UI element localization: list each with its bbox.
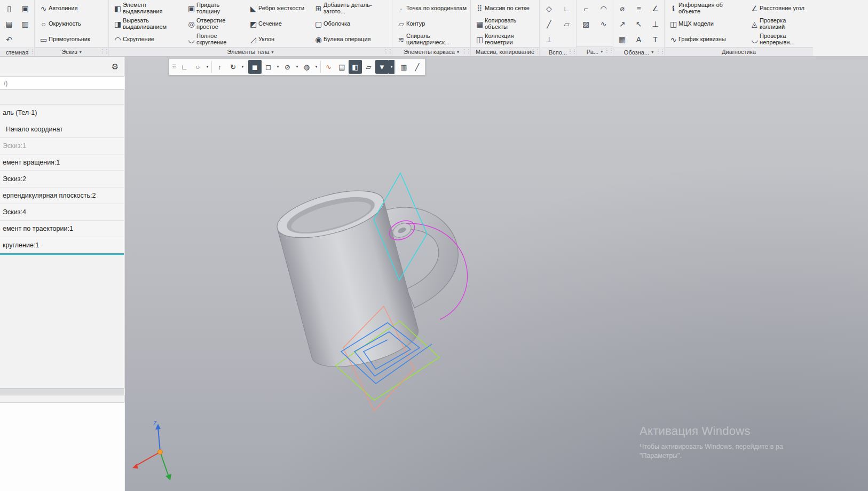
save-as-button[interactable]: ▥ — [18, 17, 32, 31]
tree-item-origin[interactable]: Начало координат — [0, 121, 124, 138]
tree-item-sweep1[interactable]: емент по траектории:1 — [0, 221, 124, 237]
orientation-button[interactable]: ∟ — [178, 60, 191, 74]
dim-hatch-button[interactable]: ▨ — [579, 17, 593, 31]
draw-on-part-button[interactable]: ▱ — [362, 60, 375, 74]
group-drag-handle-icon[interactable]: ⋮⋮ — [531, 48, 539, 54]
group-footer-frame-elements[interactable]: Элементы каркаса ▾ ⋮⋮ — [392, 47, 470, 56]
display-mode-button[interactable]: ◻ — [262, 60, 275, 74]
angle-note-button[interactable]: ∠ — [649, 2, 662, 15]
group-footer-dimensions[interactable]: Ра... ▾ ⋮⋮ — [577, 46, 613, 56]
tree-item-sketch4[interactable]: Эскиз:4 — [0, 204, 124, 221]
dim-radial-button[interactable]: ◠ — [597, 2, 611, 15]
simple-hole-button[interactable]: ◎Отверстие простое — [184, 16, 246, 32]
object-info-button[interactable]: ℹИнформация об объекте — [666, 1, 747, 16]
rotate-caret-icon[interactable]: ▾ — [240, 60, 246, 74]
edit-part-button[interactable]: ◧ — [349, 60, 362, 74]
undo-button[interactable]: ↶ — [2, 33, 16, 46]
boolean-button[interactable]: ◉Булева операция — [311, 32, 390, 47]
open-doc-button[interactable]: ▤ — [2, 17, 16, 31]
tree-item-sketch2[interactable]: Эскиз:2 — [0, 171, 124, 188]
thicken-button[interactable]: ▣Придать толщину — [184, 1, 246, 16]
filter-button[interactable]: ▼ — [375, 60, 389, 74]
group-drag-handle-icon[interactable]: ⋮⋮ — [656, 49, 664, 54]
hide-objects-caret-icon[interactable]: ▾ — [294, 60, 300, 74]
measure-button[interactable]: ▥ — [397, 60, 411, 74]
3d-scene[interactable]: Z — [125, 57, 868, 491]
group-drag-handle-icon[interactable]: ⋮⋮ — [383, 48, 392, 54]
geometry-collection-button[interactable]: ◫Коллекция геометрии — [472, 32, 538, 47]
zoom-button[interactable]: ○ — [191, 60, 204, 74]
text-a-button[interactable]: А — [632, 33, 646, 46]
aux-offset-plane-button[interactable]: ▱ — [560, 17, 574, 31]
group-footer-body-elements[interactable]: Элементы тела ▾ ⋮⋮ — [109, 47, 392, 56]
thread-button[interactable]: ⌀ — [616, 2, 629, 15]
group-footer-sketch[interactable]: Эскиз ▾ ⋮⋮ — [35, 47, 108, 56]
rotate-view-button[interactable]: ↻ — [226, 60, 240, 74]
contour-button[interactable]: ▱Контур — [394, 16, 469, 32]
fit-all-button[interactable]: ↑ — [213, 60, 226, 74]
autoline-button[interactable]: ∿Автолиния — [36, 1, 107, 16]
fastener-button[interactable]: ≡ — [632, 2, 646, 15]
collision-check-button[interactable]: ◬Проверка коллизий — [747, 16, 811, 32]
ghost-display-caret-icon[interactable]: ▾ — [313, 60, 319, 74]
mass-properties-button[interactable]: ◫МЦХ модели — [666, 16, 747, 32]
3d-viewport[interactable]: Z ⠿ ∟ ○ ▾ ↑ ↻ ▾ ◼ ◻ ▾ ⊘ ▾ ◍ ▾ ∿ ▤ ◧ ▱ ▼ … — [125, 57, 868, 491]
grid-array-button[interactable]: ⠿Массив по сетке — [472, 1, 538, 16]
group-footer-notations[interactable]: Обозна... ▾ ⋮⋮ — [613, 48, 664, 56]
full-round-button[interactable]: ◡Полное скругление — [184, 32, 246, 47]
sketch-display-button[interactable]: ∿ — [322, 60, 335, 74]
tree-settings-button[interactable]: ⚙ — [109, 60, 121, 73]
chevron-down-icon[interactable]: ▾ — [457, 50, 459, 54]
datum-button[interactable]: ⊥ — [649, 17, 662, 31]
group-drag-handle-icon[interactable]: ⋮⋮ — [100, 48, 108, 54]
panel-splitter[interactable] — [0, 388, 124, 395]
tree-item-sketch1[interactable]: Эскиз:1 — [0, 138, 124, 154]
rib-button[interactable]: ◣Ребро жесткости — [246, 1, 311, 16]
chevron-down-icon[interactable]: ▾ — [80, 50, 82, 54]
mug-model[interactable] — [272, 166, 480, 376]
chevron-down-icon[interactable]: ▾ — [272, 50, 274, 54]
group-drag-handle-icon[interactable]: ⋮⋮ — [604, 48, 613, 53]
cut-extrude-button[interactable]: ◨Вырезать выдавливанием — [111, 16, 184, 32]
text-t-button[interactable]: Т — [649, 33, 662, 46]
add-stock-part-button[interactable]: ⊞Добавить деталь-загото... — [311, 1, 390, 16]
fillet-button[interactable]: ◠Скругление — [111, 32, 184, 47]
continuity-check-button[interactable]: ◡Проверка непрерывн... — [747, 32, 811, 47]
group-drag-handle-icon[interactable]: ⋮⋮ — [26, 49, 34, 54]
dim-curve-button[interactable]: ∿ — [597, 17, 611, 31]
table-button[interactable]: ▦ — [616, 33, 629, 46]
distance-angle-button[interactable]: ∠Расстояние угол — [747, 1, 811, 16]
aux-perpendicular-button[interactable]: ⊥ — [542, 33, 556, 46]
point-by-coords-button[interactable]: ∙Точка по координатам — [394, 1, 469, 16]
display-mode-caret-icon[interactable]: ▾ — [275, 60, 281, 74]
tree-item-detail[interactable]: аль (Тел-1) — [0, 105, 124, 121]
group-footer-array-copy[interactable]: Массив, копирование ⋮⋮ — [471, 47, 539, 56]
shaded-view-button[interactable]: ◼ — [248, 60, 262, 74]
ghost-display-button[interactable]: ◍ — [300, 60, 313, 74]
chevron-down-icon[interactable]: ▾ — [651, 50, 653, 54]
curvature-graph-button[interactable]: ∿График кривизны — [666, 32, 747, 47]
filter-caret-icon[interactable]: ▾ — [389, 60, 394, 74]
tree-search-input[interactable] — [0, 76, 124, 90]
copy-objects-button[interactable]: ▦Копировать объекты — [472, 16, 538, 32]
draft-button[interactable]: ◿Уклон — [246, 32, 311, 47]
group-drag-handle-icon[interactable]: ⋮⋮ — [462, 48, 470, 54]
new-doc-button[interactable]: ▯ — [2, 2, 16, 15]
group-drag-handle-icon[interactable]: ⋮⋮ — [567, 49, 576, 54]
dim-auto-button[interactable]: ⌐ — [579, 2, 593, 15]
cylindrical-spiral-button[interactable]: ≋Спираль цилиндрическ... — [394, 32, 469, 47]
rectangle-button[interactable]: ▭Прямоугольник — [36, 32, 107, 47]
pick-style-button[interactable]: ╱ — [411, 60, 424, 74]
aux-line-button[interactable]: ╱ — [542, 17, 556, 31]
shell-button[interactable]: ▢Оболочка — [311, 16, 390, 32]
marking-button[interactable]: ↖ — [632, 17, 646, 31]
circle-button[interactable]: ○Окружность — [36, 16, 107, 32]
tree-item-fillet1[interactable]: кругление:1 — [0, 237, 124, 255]
aux-axis-button[interactable]: ∟ — [560, 2, 574, 15]
extrude-button[interactable]: ◧Элемент выдавливания — [111, 1, 184, 16]
aux-plane-button[interactable]: ◇ — [542, 2, 556, 15]
hide-objects-button[interactable]: ⊘ — [281, 60, 294, 74]
tree-item-perpendicular-plane2[interactable]: ерпендикулярная плоскость:2 — [0, 188, 124, 204]
section-view-button[interactable]: ▤ — [335, 60, 349, 74]
zoom-caret-icon[interactable]: ▾ — [204, 60, 210, 74]
